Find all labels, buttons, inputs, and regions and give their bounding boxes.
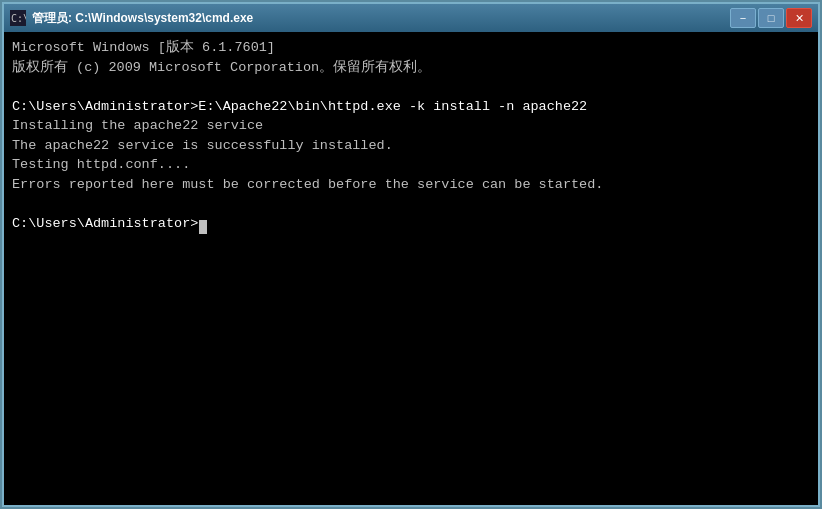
window-title: 管理员: C:\Windows\system32\cmd.exe: [32, 10, 730, 27]
title-bar: C:\ 管理员: C:\Windows\system32\cmd.exe − □…: [4, 4, 818, 32]
cursor: [199, 220, 207, 234]
maximize-button[interactable]: □: [758, 8, 784, 28]
terminal-output: Microsoft Windows [版本 6.1.7601] 版权所有 (c)…: [12, 38, 810, 234]
close-button[interactable]: ✕: [786, 8, 812, 28]
cmd-window: C:\ 管理员: C:\Windows\system32\cmd.exe − □…: [2, 2, 820, 507]
window-controls: − □ ✕: [730, 8, 812, 28]
terminal-body[interactable]: Microsoft Windows [版本 6.1.7601] 版权所有 (c)…: [4, 32, 818, 505]
svg-text:C:\: C:\: [11, 13, 26, 24]
minimize-button[interactable]: −: [730, 8, 756, 28]
cmd-icon: C:\: [10, 10, 26, 26]
